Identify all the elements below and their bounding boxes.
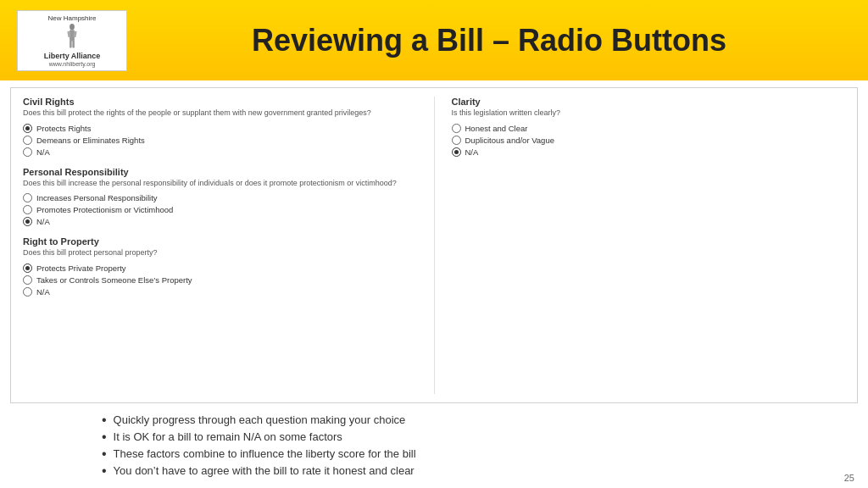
bullet-text-1: It is OK for a bill to remain N/A on som… [114,430,342,443]
bullet-item-3: • You don’t have to agree with the bill … [102,464,817,478]
bullet-text-3: You don’t have to agree with the bill to… [114,464,415,477]
civil-rights-label-1: Demeans or Eliminates Rights [36,136,145,145]
bullet-text-0: Quickly progress through each question m… [114,413,406,426]
right-to-property-radio-group: Protects Private Property Takes or Contr… [23,263,417,297]
radio-dot-2[interactable] [23,147,32,157]
page-title: Reviewing a Bill – Radio Buttons [127,23,851,58]
main-content: Civil Rights Does this bill protect the … [0,80,868,488]
clarity-question: Is this legislation written clearly? [452,108,846,119]
personal-resp-option-2[interactable]: N/A [23,217,417,226]
property-label-0: Protects Private Property [36,263,126,273]
clarity-option-2[interactable]: N/A [452,147,846,157]
property-label-2: N/A [36,287,50,297]
svg-point-0 [70,24,75,30]
radio-dot-pr-2[interactable] [23,217,32,226]
radio-dot-c-2[interactable] [452,147,461,157]
bullet-dot-3: • [102,464,107,478]
logo-main-text: Liberty Alliance [44,52,101,61]
radio-dot-rp-0[interactable] [23,263,32,273]
page-title-area: Reviewing a Bill – Radio Buttons [127,23,851,58]
radio-dot-c-1[interactable] [452,136,461,145]
header: New Hampshire Liberty Alliance www.nhlib… [0,0,868,80]
radio-dot-0[interactable] [23,124,32,133]
civil-rights-title: Civil Rights [23,97,417,107]
civil-rights-radio-group: Protects Rights Demeans or Eliminates Ri… [23,124,417,157]
civil-rights-option-1[interactable]: Demeans or Eliminates Rights [23,136,417,145]
bullet-item-2: • These factors combine to influence the… [102,447,817,461]
personal-resp-option-1[interactable]: Promotes Protectionism or Victimhood [23,205,417,214]
right-column: Clarity Is this legislation written clea… [435,97,846,394]
personal-responsibility-question: Does this bill increase the personal res… [23,179,417,189]
bullet-dot-0: • [102,413,107,427]
personal-responsibility-section: Personal Responsibility Does this bill i… [23,167,417,227]
right-to-property-question: Does this bill protect personal property… [23,248,417,258]
personal-responsibility-title: Personal Responsibility [23,167,417,177]
civil-rights-label-2: N/A [36,147,50,157]
bullet-item-1: • It is OK for a bill to remain N/A on s… [102,430,817,444]
content-area: Civil Rights Does this bill protect the … [0,80,868,407]
clarity-label-0: Honest and Clear [465,124,528,133]
personal-resp-option-0[interactable]: Increases Personal Responsibility [23,193,417,202]
bullet-text-2: These factors combine to influence the l… [114,447,416,460]
clarity-label-2: N/A [465,147,479,157]
radio-dot-pr-0[interactable] [23,193,32,202]
personal-responsibility-radio-group: Increases Personal Responsibility Promot… [23,193,417,226]
property-option-0[interactable]: Protects Private Property [23,263,417,273]
civil-rights-option-2[interactable]: N/A [23,147,417,157]
logo-url: www.nhliberty.org [49,61,96,67]
clarity-title: Clarity [452,97,846,107]
civil-rights-option-0[interactable]: Protects Rights [23,124,417,133]
bullet-item-0: • Quickly progress through each question… [102,413,817,427]
clarity-radio-group: Honest and Clear Duplicitous and/or Vagu… [452,124,846,157]
radio-dot-rp-2[interactable] [23,287,32,297]
form-panel: Civil Rights Does this bill protect the … [10,87,858,403]
bullets-section: • Quickly progress through each question… [0,407,868,488]
clarity-option-1[interactable]: Duplicitous and/or Vague [452,136,846,145]
radio-dot-1[interactable] [23,136,32,145]
svg-rect-5 [72,41,75,48]
property-label-1: Takes or Controls Someone Else’s Propert… [36,275,192,285]
right-to-property-title: Right to Property [23,236,417,247]
logo-top-text: New Hampshire [48,14,97,23]
logo-area: New Hampshire Liberty Alliance www.nhlib… [17,10,127,71]
radio-dot-c-0[interactable] [452,124,461,133]
civil-rights-label-0: Protects Rights [36,124,91,133]
radio-dot-rp-1[interactable] [23,275,32,285]
clarity-section: Clarity Is this legislation written clea… [452,97,846,157]
radio-dot-pr-1[interactable] [23,205,32,214]
personal-resp-label-0: Increases Personal Responsibility [36,193,158,202]
logo-box: New Hampshire Liberty Alliance www.nhlib… [17,10,127,71]
clarity-option-0[interactable]: Honest and Clear [452,124,846,133]
bullet-dot-1: • [102,430,107,444]
personal-resp-label-1: Promotes Protectionism or Victimhood [36,205,173,214]
left-column: Civil Rights Does this bill protect the … [23,97,435,394]
civil-rights-section: Civil Rights Does this bill protect the … [23,97,417,157]
right-to-property-section: Right to Property Does this bill protect… [23,236,417,297]
property-option-2[interactable]: N/A [23,287,417,297]
svg-rect-4 [70,41,72,48]
property-option-1[interactable]: Takes or Controls Someone Else’s Propert… [23,275,417,285]
logo-figure [59,24,85,50]
personal-resp-label-2: N/A [36,217,50,226]
bullet-dot-2: • [102,447,107,461]
civil-rights-question: Does this bill protect the rights of the… [23,108,417,119]
clarity-label-1: Duplicitous and/or Vague [465,136,554,145]
page-number: 25 [844,473,854,483]
